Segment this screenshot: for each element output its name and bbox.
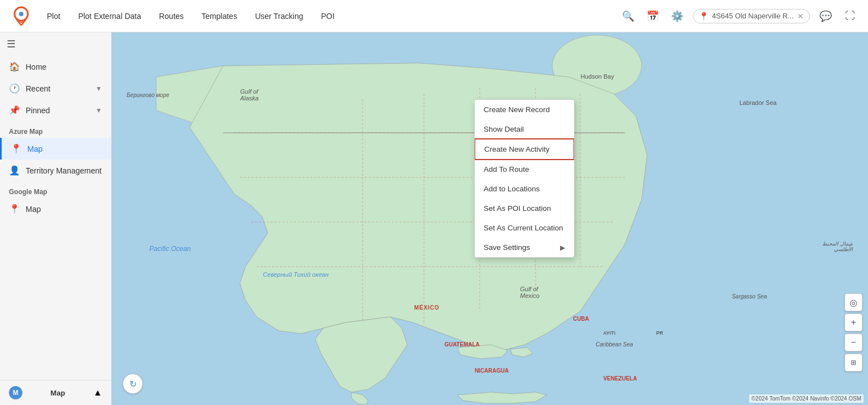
- sidebar-item-territory[interactable]: 👤 Territory Management: [0, 160, 111, 181]
- calendar-icon-btn[interactable]: 📅: [644, 7, 662, 25]
- map-attribution: ©2024 TomTom ©2024 Navinfo ©2024 OSM: [749, 394, 864, 403]
- home-icon: 🏠: [9, 61, 20, 72]
- sidebar-bottom-map[interactable]: M Map ▲: [0, 380, 111, 405]
- sidebar-item-recent-label: Recent: [26, 84, 50, 93]
- location-search-bar[interactable]: 📍 4S645 Old Naperville R... ✕: [693, 9, 810, 23]
- refresh-btn[interactable]: ↻: [123, 374, 143, 394]
- map-azure-icon: 📍: [11, 143, 22, 154]
- nav-templates[interactable]: Templates: [201, 12, 237, 21]
- nav-actions: 🔍 📅 ⚙️ 📍 4S645 Old Naperville R... ✕ 💬 ⛶: [619, 7, 859, 25]
- sidebar-item-map-azure-label: Map: [27, 144, 42, 153]
- sidebar-item-pinned[interactable]: 📌 Pinned ▼: [0, 99, 111, 121]
- chat-icon-btn[interactable]: 💬: [817, 7, 835, 25]
- sidebar: ☰ 🏠 Home 🕐 Recent ▼ 📌 Pinned ▼ Azure Map…: [0, 32, 112, 405]
- nav-plot[interactable]: Plot: [47, 12, 60, 21]
- save-settings-arrow: ▶: [560, 244, 565, 252]
- pinned-chevron: ▼: [95, 107, 102, 114]
- svg-point-1: [19, 12, 23, 16]
- context-menu: Create New Record Show Detail Create New…: [474, 99, 575, 258]
- zoom-in-btn[interactable]: +: [845, 314, 862, 331]
- expand-icon-btn[interactable]: ⛶: [841, 7, 859, 25]
- location-icon: 📍: [699, 12, 708, 21]
- sidebar-item-home[interactable]: 🏠 Home: [0, 56, 111, 78]
- context-add-to-route[interactable]: Add To Route: [475, 160, 574, 179]
- app-logo[interactable]: [9, 4, 33, 28]
- azure-map-section-label: Azure Map: [0, 121, 111, 138]
- hamburger-btn[interactable]: ☰: [0, 32, 111, 56]
- nav-poi[interactable]: POI: [321, 12, 335, 21]
- sidebar-item-territory-label: Territory Management: [26, 166, 102, 175]
- search-icon-btn[interactable]: 🔍: [619, 7, 637, 25]
- context-add-to-locations[interactable]: Add to Locations: [475, 179, 574, 199]
- main-area: ☰ 🏠 Home 🕐 Recent ▼ 📌 Pinned ▼ Azure Map…: [0, 32, 868, 405]
- context-set-as-poi[interactable]: Set As POI Location: [475, 199, 574, 218]
- top-nav: Plot Plot External Data Routes Templates…: [0, 0, 868, 32]
- gear-icon-btn[interactable]: ⚙️: [668, 7, 686, 25]
- sidebar-item-map-azure[interactable]: 📍 Map: [0, 138, 111, 160]
- hamburger-icon: ☰: [7, 38, 16, 50]
- google-map-section-label: Google Map: [0, 181, 111, 198]
- bottom-chevron: ▲: [93, 388, 102, 398]
- context-create-new-record[interactable]: Create New Record: [475, 100, 574, 119]
- nav-user-tracking[interactable]: User Tracking: [255, 12, 303, 21]
- sidebar-item-home-label: Home: [26, 62, 46, 71]
- target-location-btn[interactable]: ◎: [845, 293, 862, 311]
- map-google-icon: 📍: [9, 204, 20, 214]
- sidebar-item-map-google[interactable]: 📍 Map: [0, 198, 111, 220]
- context-set-as-current[interactable]: Set As Current Location: [475, 218, 574, 238]
- search-value: 4S645 Old Naperville R...: [712, 12, 794, 20]
- recent-chevron: ▼: [95, 85, 102, 93]
- clear-search-icon[interactable]: ✕: [797, 12, 804, 21]
- sidebar-bottom-label: Map: [51, 389, 65, 397]
- zoom-out-btn[interactable]: −: [845, 334, 862, 351]
- nav-plot-external[interactable]: Plot External Data: [78, 12, 141, 21]
- recent-icon: 🕐: [9, 83, 20, 94]
- sidebar-item-map-google-label: Map: [26, 205, 41, 214]
- sidebar-item-pinned-label: Pinned: [26, 106, 50, 115]
- map-controls: ◎ + − ⊞: [845, 293, 862, 372]
- map-dot: M: [9, 386, 22, 399]
- context-create-new-activity[interactable]: Create New Activity: [474, 138, 575, 160]
- context-show-detail[interactable]: Show Detail: [475, 119, 574, 139]
- map-container[interactable]: Gulf ofAlaska Hudson Bay Labrador Sea Pa…: [112, 32, 868, 405]
- layers-btn[interactable]: ⊞: [845, 354, 862, 372]
- context-save-settings[interactable]: Save Settings ▶: [475, 238, 574, 257]
- territory-icon: 👤: [9, 165, 20, 176]
- sidebar-item-recent[interactable]: 🕐 Recent ▼: [0, 78, 111, 99]
- nav-links: Plot Plot External Data Routes Templates…: [47, 12, 619, 21]
- pinned-icon: 📌: [9, 105, 20, 115]
- nav-routes[interactable]: Routes: [159, 12, 184, 21]
